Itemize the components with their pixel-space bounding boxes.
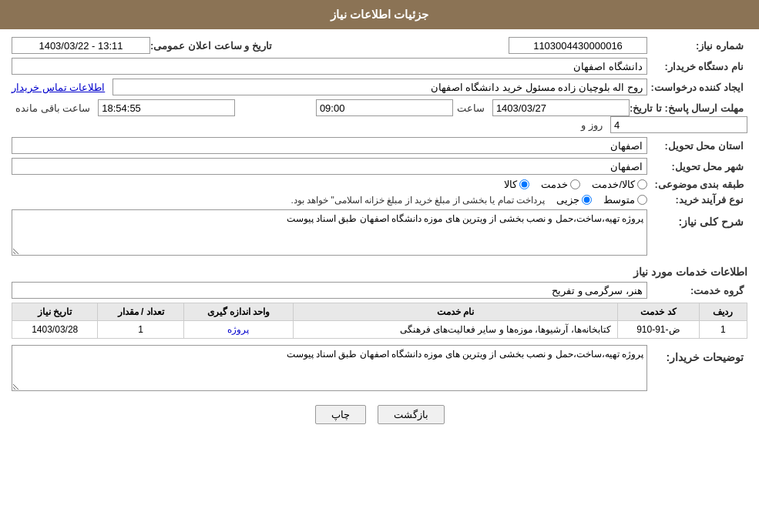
category-option-kala[interactable]: کالا — [504, 179, 529, 190]
services-table-header-row: ردیف کد خدمت نام خدمت واحد اندازه گیری ت… — [12, 303, 747, 321]
buyer-desc-label: توضیحات خریدار: — [647, 351, 747, 363]
category-label-khedmat: خدمت — [541, 179, 568, 190]
service-group-label: گروه خدمت: — [647, 285, 747, 296]
buyer-desc-row: توضیحات خریدار: پروژه تهیه،ساخت،حمل و نص… — [12, 345, 747, 393]
category-option-kala-khedmat[interactable]: کالا/خدمت — [592, 179, 647, 190]
remaining-label2: ساعت باقی مانده — [15, 102, 90, 114]
province-row: استان محل تحویل: — [12, 137, 747, 154]
general-desc-textarea[interactable]: پروژه تهیه،ساخت،حمل و نصب بخشی از ویترین… — [12, 209, 647, 256]
col-date: تاریخ نیاز — [12, 303, 98, 321]
city-label: شهر محل تحویل: — [647, 161, 747, 172]
buyer-org-row: نام دستگاه خریدار: — [12, 58, 747, 75]
category-row: طبقه بندی موضوعی: کالا/خدمت خدمت کالا — [12, 179, 747, 190]
purchase-radio-motavasset[interactable] — [637, 195, 647, 205]
general-desc-label: شرح کلی نیاز: — [647, 216, 747, 228]
deadline-row: مهلت ارسال پاسخ: تا تاریخ: ساعت ساعت باق… — [12, 99, 747, 133]
purchase-label-jozi: جزیی — [556, 194, 579, 206]
page-wrapper: جزئیات اطلاعات نیاز شماره نیاز: تاریخ و … — [0, 0, 759, 532]
print-button[interactable]: چاپ — [315, 405, 366, 424]
col-unit: واحد اندازه گیری — [183, 303, 294, 321]
category-radio-kala-khedmat[interactable] — [637, 179, 647, 189]
col-quantity: تعداد / مقدار — [98, 303, 183, 321]
services-table-head: ردیف کد خدمت نام خدمت واحد اندازه گیری ت… — [12, 303, 747, 321]
category-radio-kala[interactable] — [519, 179, 529, 189]
province-label: استان محل تحویل: — [647, 140, 747, 152]
cell-quantity: 1 — [98, 321, 183, 339]
creator-input[interactable] — [113, 79, 647, 95]
cell-date: 1403/03/28 — [12, 321, 98, 339]
services-table: ردیف کد خدمت نام خدمت واحد اندازه گیری ت… — [12, 303, 747, 339]
col-service-name: نام خدمت — [294, 303, 618, 321]
page-title: جزئیات اطلاعات نیاز — [331, 8, 428, 21]
buyer-org-input[interactable] — [12, 58, 647, 75]
purchase-radio-jozi[interactable] — [582, 195, 592, 205]
announcement-datetime-input[interactable] — [12, 37, 150, 54]
province-input[interactable] — [12, 137, 647, 154]
col-service-code: کد خدمت — [617, 303, 699, 321]
col-row-num: ردیف — [699, 303, 747, 321]
deadline-label: مهلت ارسال پاسخ: تا تاریخ: — [630, 102, 747, 114]
back-button[interactable]: بازگشت — [378, 405, 445, 424]
page-header: جزئیات اطلاعات نیاز — [0, 0, 759, 29]
cell-unit: پروژه — [183, 321, 294, 339]
city-input[interactable] — [12, 158, 647, 175]
services-section-title: اطلاعات خدمات مورد نیاز — [12, 266, 747, 278]
service-group-input[interactable] — [12, 282, 647, 299]
category-label-kala: کالا — [504, 179, 517, 190]
cell-service-code: ض-91-910 — [617, 321, 699, 339]
city-row: شهر محل تحویل: — [12, 158, 747, 175]
table-row: 1 ض-91-910 کتابخانه‌ها، آرشیوها، موزه‌ها… — [12, 321, 747, 339]
service-group-row: گروه خدمت: — [12, 282, 747, 299]
deadline-time-input[interactable] — [316, 99, 453, 116]
buyer-org-label: نام دستگاه خریدار: — [647, 61, 747, 72]
services-table-body: 1 ض-91-910 کتابخانه‌ها، آرشیوها، موزه‌ها… — [12, 321, 747, 339]
purchase-label-motavasset: متوسط — [603, 194, 635, 206]
creator-label: ایجاد کننده درخواست: — [647, 82, 747, 93]
remaining-time-input — [98, 99, 235, 116]
category-radio-khedmat[interactable] — [570, 179, 580, 189]
cell-row-num: 1 — [699, 321, 747, 339]
contact-link[interactable]: اطلاعات تماس خریدار — [12, 82, 105, 93]
category-label: طبقه بندی موضوعی: — [647, 179, 747, 190]
purchase-option-motavasset[interactable]: متوسط — [603, 194, 647, 206]
cell-service-name: کتابخانه‌ها، آرشیوها، موزه‌ها و سایر فعا… — [294, 321, 618, 339]
general-desc-row: شرح کلی نیاز: پروژه تهیه،ساخت،حمل و نصب … — [12, 209, 747, 258]
deadline-time-label: ساعت — [457, 102, 485, 114]
purchase-type-radio-group: متوسط جزیی — [556, 194, 647, 206]
need-number-label: شماره نیاز: — [647, 40, 747, 52]
remaining-label1: روز و — [581, 119, 603, 131]
content-area: شماره نیاز: تاریخ و ساعت اعلان عمومی: نا… — [0, 29, 759, 443]
category-label-kala-khedmat: کالا/خدمت — [592, 179, 635, 190]
purchase-type-label: نوع فرآیند خرید: — [647, 194, 747, 206]
purchase-option-jozi[interactable]: جزیی — [556, 194, 592, 206]
creator-row: ایجاد کننده درخواست: اطلاعات تماس خریدار — [12, 79, 747, 95]
buyer-desc-textarea[interactable]: پروژه تهیه،ساخت،حمل و نصب بخشی از ویترین… — [12, 345, 647, 391]
need-number-input[interactable] — [509, 37, 647, 54]
announcement-datetime-label: تاریخ و ساعت اعلان عمومی: — [150, 40, 276, 52]
button-row: بازگشت چاپ — [12, 405, 747, 424]
remaining-days-input — [610, 116, 747, 133]
category-option-khedmat[interactable]: خدمت — [541, 179, 580, 190]
purchase-notice: پرداخت تمام یا بخشی از مبلغ خرید از مبلغ… — [291, 195, 545, 206]
need-number-row: شماره نیاز: تاریخ و ساعت اعلان عمومی: — [12, 37, 747, 54]
category-radio-group: کالا/خدمت خدمت کالا — [504, 179, 647, 190]
purchase-type-row: نوع فرآیند خرید: متوسط جزیی پرداخت تمام … — [12, 194, 747, 206]
deadline-date-input[interactable] — [492, 99, 630, 116]
